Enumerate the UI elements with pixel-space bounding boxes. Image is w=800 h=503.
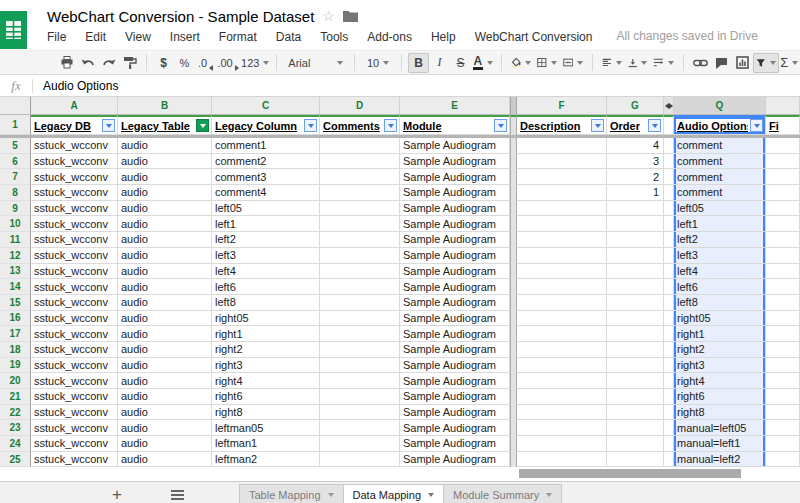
cell-D25[interactable] <box>320 452 400 468</box>
frozen-pane-divider[interactable] <box>510 295 517 311</box>
row-header-11[interactable]: 11 <box>0 232 31 248</box>
cell-E9[interactable]: Sample Audiogram <box>400 201 510 217</box>
frozen-pane-divider[interactable] <box>510 185 517 201</box>
column-header-G[interactable]: G <box>607 97 664 114</box>
cell-F7[interactable] <box>517 169 607 185</box>
cell-E19[interactable]: Sample Audiogram <box>400 358 510 374</box>
cell-B13[interactable]: audio <box>118 264 212 280</box>
cell-F14[interactable] <box>517 279 607 295</box>
cell-C16[interactable]: right05 <box>212 311 320 327</box>
cell-Q8[interactable]: comment <box>674 185 766 201</box>
cell-Q20[interactable]: right4 <box>674 373 766 389</box>
cell-G20[interactable] <box>607 373 664 389</box>
cell-Q24[interactable]: manual=left1 <box>674 436 766 452</box>
cell-B11[interactable]: audio <box>118 232 212 248</box>
frozen-pane-divider[interactable] <box>510 389 517 405</box>
cell-Q17[interactable]: right1 <box>674 326 766 342</box>
folder-icon[interactable] <box>343 10 358 22</box>
cell-G6[interactable]: 3 <box>607 154 664 170</box>
filter-button[interactable] <box>753 53 779 73</box>
frozen-pane-divider[interactable] <box>510 169 517 185</box>
cell-F22[interactable] <box>517 405 607 421</box>
cell-G13[interactable] <box>607 264 664 280</box>
cell-C22[interactable]: right8 <box>212 405 320 421</box>
cell-Q10[interactable]: left1 <box>674 216 766 232</box>
cell-A19[interactable]: sstuck_wcconv <box>31 358 118 374</box>
fill-color-button[interactable] <box>508 53 534 73</box>
font-size-selector[interactable]: 10 <box>361 53 395 73</box>
text-wrap-button[interactable] <box>650 53 676 73</box>
cell-Q18[interactable]: right2 <box>674 342 766 358</box>
cell-D11[interactable] <box>320 232 400 248</box>
cell-G8[interactable]: 1 <box>607 185 664 201</box>
cell-G17[interactable] <box>607 326 664 342</box>
header-cell-fi[interactable]: Fi <box>766 115 800 135</box>
cell-R9[interactable] <box>766 201 800 217</box>
insert-link-button[interactable] <box>690 53 711 73</box>
cell-F12[interactable] <box>517 248 607 264</box>
cell-R13[interactable] <box>766 264 800 280</box>
cell-D14[interactable] <box>320 279 400 295</box>
frozen-pane-divider[interactable] <box>510 154 517 170</box>
column-header-D[interactable]: D <box>320 97 400 114</box>
cell-E14[interactable]: Sample Audiogram <box>400 279 510 295</box>
bold-button[interactable]: B <box>408 53 429 73</box>
cell-G21[interactable] <box>607 389 664 405</box>
cell-A6[interactable]: sstuck_wcconv <box>31 154 118 170</box>
cell-A12[interactable]: sstuck_wcconv <box>31 248 118 264</box>
cell-D9[interactable] <box>320 201 400 217</box>
frozen-pane-divider[interactable] <box>510 279 517 295</box>
cell-F17[interactable] <box>517 326 607 342</box>
star-icon[interactable]: ☆ <box>322 8 335 24</box>
frozen-pane-divider[interactable] <box>510 216 517 232</box>
cell-D15[interactable] <box>320 295 400 311</box>
cell-B8[interactable]: audio <box>118 185 212 201</box>
print-button[interactable] <box>56 53 77 73</box>
menu-tools[interactable]: Tools <box>320 30 348 44</box>
cell-D20[interactable] <box>320 373 400 389</box>
grid-corner[interactable] <box>0 97 31 114</box>
cell-G5[interactable]: 4 <box>607 138 664 154</box>
cell-B18[interactable]: audio <box>118 342 212 358</box>
cell-B24[interactable]: audio <box>118 436 212 452</box>
functions-button[interactable]: Σ <box>779 53 800 73</box>
row-header-16[interactable]: 16 <box>0 311 31 327</box>
cell-A9[interactable]: sstuck_wcconv <box>31 201 118 217</box>
decrease-decimal-button[interactable]: .0 <box>195 53 216 73</box>
strikethrough-button[interactable]: S <box>450 53 471 73</box>
formula-input[interactable]: Audio Options <box>33 79 118 93</box>
header-cell-order[interactable]: Order <box>607 115 664 135</box>
cell-R7[interactable] <box>766 169 800 185</box>
cell-C10[interactable]: left1 <box>212 216 320 232</box>
unhide-columns-right-icon[interactable] <box>669 103 673 109</box>
cell-C13[interactable]: left4 <box>212 264 320 280</box>
row-header-12[interactable]: 12 <box>0 248 31 264</box>
row-header-9[interactable]: 9 <box>0 201 31 217</box>
frozen-pane-divider[interactable] <box>510 248 517 264</box>
cell-F25[interactable] <box>517 452 607 468</box>
cell-G19[interactable] <box>607 358 664 374</box>
horizontal-scrollbar-thumb[interactable] <box>519 469 741 478</box>
column-header-C[interactable]: C <box>212 97 320 114</box>
cell-Q21[interactable]: right6 <box>674 389 766 405</box>
cell-B20[interactable]: audio <box>118 373 212 389</box>
cell-D13[interactable] <box>320 264 400 280</box>
cell-D6[interactable] <box>320 154 400 170</box>
header-cell-legacy-db[interactable]: Legacy DB <box>31 115 118 135</box>
cell-R21[interactable] <box>766 389 800 405</box>
sheet-tab-table-mapping[interactable]: Table Mapping <box>239 484 344 503</box>
cell-B10[interactable]: audio <box>118 216 212 232</box>
cell-D8[interactable] <box>320 185 400 201</box>
cell-D17[interactable] <box>320 326 400 342</box>
cell-C23[interactable]: leftman05 <box>212 420 320 436</box>
cell-Q12[interactable]: left3 <box>674 248 766 264</box>
cell-G11[interactable] <box>607 232 664 248</box>
insert-chart-button[interactable] <box>732 53 753 73</box>
column-header-next[interactable] <box>766 97 800 114</box>
cell-A23[interactable]: sstuck_wcconv <box>31 420 118 436</box>
cell-E23[interactable]: Sample Audiogram <box>400 420 510 436</box>
paint-format-button[interactable] <box>119 53 140 73</box>
filter-button-module[interactable] <box>494 119 507 132</box>
cell-E5[interactable]: Sample Audiogram <box>400 138 510 154</box>
cell-A11[interactable]: sstuck_wcconv <box>31 232 118 248</box>
